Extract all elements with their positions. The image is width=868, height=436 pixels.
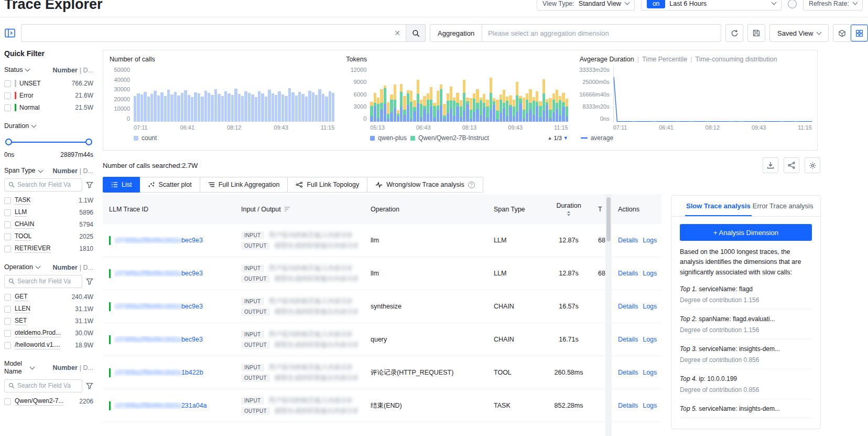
logs-link[interactable]: Logs <box>643 369 657 376</box>
logs-link[interactable]: Logs <box>643 270 657 277</box>
checkbox[interactable] <box>4 294 11 301</box>
trace-id-link[interactable]: c37d08a2f5b49e16d2abec9e3 <box>114 270 203 277</box>
filter-item[interactable]: /helloworld.v1....18.9W <box>4 339 93 352</box>
filter-item[interactable]: GET240.4W <box>4 291 93 303</box>
tab-wrong-slow-trace-analysis[interactable]: Wrong/slow Trace analysis ? <box>367 177 483 193</box>
pager-down-icon[interactable]: ▼ <box>563 135 568 141</box>
checkbox[interactable] <box>4 306 11 313</box>
tab-list[interactable]: List <box>103 177 140 193</box>
table-row[interactable]: c37d08a2f5b49e16d2abec9e3INPUT用户提问的相关输入内… <box>103 323 661 356</box>
trace-id-link[interactable]: c37d08a2f5b49e16d2a1b422b <box>114 369 203 376</box>
trace-id-link[interactable]: c37d08a2f5b49e16d2a231a04a <box>114 402 207 409</box>
logs-link[interactable]: Logs <box>643 402 657 409</box>
refresh-button[interactable] <box>725 24 743 42</box>
auto-refresh-icon[interactable] <box>788 0 797 8</box>
checkbox[interactable] <box>4 221 11 228</box>
filter-item[interactable]: Qwen/Qwen2-7...2206 <box>4 396 93 408</box>
details-link[interactable]: Details <box>618 270 638 277</box>
checkbox[interactable] <box>4 80 11 87</box>
scrollbar-thumb[interactable] <box>606 197 611 241</box>
column-header-duration[interactable]: Duration <box>542 194 595 224</box>
filter-item[interactable]: SET31.1W <box>4 315 93 327</box>
table-row[interactable]: c37d08a2f5b49e16d2abec9e3INPUT用户提问的相关输入内… <box>103 290 661 323</box>
download-button[interactable] <box>763 157 778 173</box>
checkbox[interactable] <box>4 233 11 240</box>
table-row[interactable]: c37d08a2f5b49e16d2a1b422bINPUT用户提问的相关输入内… <box>103 356 661 389</box>
share-button[interactable] <box>784 157 799 173</box>
search-button[interactable] <box>406 24 426 42</box>
legend-item[interactable]: Qwen/Qwen2-7B-Instruct <box>410 134 489 142</box>
table-row[interactable]: c37d08a2f5b49e16d2abec9e3INPUT用户提问的相关输入内… <box>103 224 661 257</box>
checkbox[interactable] <box>4 104 11 111</box>
field-value-search-input[interactable]: Search for Field Va <box>4 379 82 392</box>
filter-item[interactable]: LLM5896 <box>4 207 93 219</box>
pager-up-icon[interactable]: ▲ <box>548 135 552 141</box>
filter-item[interactable]: TASK1.1W <box>4 195 93 207</box>
filter-funnel-icon[interactable] <box>86 182 93 188</box>
trace-id-link[interactable]: c37d08a2f5b49e16d2abec9e3 <box>114 303 203 310</box>
slider-handle-min[interactable] <box>5 139 12 145</box>
filter-item[interactable]: TOOL2025 <box>4 231 93 243</box>
table-scrollbar[interactable] <box>605 194 612 436</box>
filter-item[interactable]: Error21.6W <box>4 90 93 102</box>
time-range-select[interactable]: on Last 6 Hours <box>641 0 782 10</box>
collapse-filter-panel-icon[interactable] <box>3 26 17 40</box>
field-value-search-input[interactable]: Search for Field Va <box>4 178 82 192</box>
chevron-down-icon[interactable] <box>38 167 43 173</box>
checkbox[interactable] <box>4 209 11 216</box>
details-link[interactable]: Details <box>618 369 638 376</box>
clear-search-icon[interactable]: ✕ <box>394 28 400 38</box>
chevron-down-icon[interactable] <box>35 264 40 269</box>
settings-button[interactable] <box>805 157 820 173</box>
tab-scatter-plot[interactable]: Scatter plot <box>139 177 200 193</box>
filter-funnel-icon[interactable] <box>86 278 93 285</box>
filter-item[interactable]: LLEN31.1W <box>4 303 93 315</box>
logs-link[interactable]: Logs <box>643 336 657 343</box>
chart-tab-time-distribution[interactable]: Time-consuming distribution <box>696 56 777 63</box>
filter-item[interactable]: Normal21.5W <box>4 102 93 114</box>
chevron-down-icon[interactable] <box>30 364 35 369</box>
chevron-down-icon[interactable] <box>25 67 30 72</box>
column-settings-icon[interactable] <box>284 206 290 212</box>
chevron-down-icon[interactable] <box>31 122 37 127</box>
cube-view-icon[interactable] <box>833 25 851 41</box>
trace-search-input[interactable] <box>21 24 426 42</box>
aggregation-dimension-select[interactable]: Please select an aggregation dimension <box>482 24 721 42</box>
grid-view-icon[interactable] <box>851 25 868 41</box>
chart-tab-time-percentile[interactable]: Time Percentile <box>642 56 687 63</box>
checkbox[interactable] <box>4 318 11 325</box>
details-link[interactable]: Details <box>618 402 638 409</box>
legend-item[interactable]: qwen-plus <box>370 134 407 142</box>
details-link[interactable]: Details <box>618 336 638 343</box>
table-row[interactable]: c37d08a2f5b49e16d2a231a04aINPUT用户提问的相关输入… <box>103 389 661 422</box>
trace-id-link[interactable]: c37d08a2f5b49e16d2abec9e3 <box>114 237 203 244</box>
add-analysis-dimension-button[interactable]: + Analysis Dimension <box>680 224 812 241</box>
tab-full-link-topology[interactable]: Full Link Topology <box>287 177 367 193</box>
filter-funnel-icon[interactable] <box>86 382 93 389</box>
tab-error-trace-analysis[interactable]: Error Trace analysis <box>752 196 815 216</box>
details-link[interactable]: Details <box>618 237 638 244</box>
checkbox[interactable] <box>4 398 11 405</box>
tab-full-link-aggregation[interactable]: Full Link Aggregation <box>200 177 288 193</box>
checkbox[interactable] <box>4 92 11 99</box>
legend-item[interactable]: count <box>134 134 157 142</box>
table-row[interactable]: c37d08a2f5b49e16d2abec9e3INPUT用户提问的相关输入内… <box>103 257 661 290</box>
saved-view-button[interactable]: Saved View <box>769 24 829 42</box>
refresh-rate-select[interactable]: Refresh Rate: <box>803 0 863 10</box>
slider-handle-max[interactable] <box>85 139 92 145</box>
filter-item[interactable]: RETRIEVER1810 <box>4 243 93 255</box>
checkbox[interactable] <box>4 342 11 349</box>
chart-tab-average-duration[interactable]: Avgerage Duration <box>580 56 634 63</box>
field-value-search-input[interactable]: Search for Field Va <box>4 275 82 288</box>
logs-link[interactable]: Logs <box>643 237 657 244</box>
time-toggle[interactable]: on <box>647 0 665 8</box>
filter-item[interactable]: CHAIN5794 <box>4 219 93 231</box>
view-type-select[interactable]: View Type: Standard View <box>537 0 635 10</box>
checkbox[interactable] <box>4 330 11 337</box>
help-icon[interactable]: ? <box>468 182 475 188</box>
sort-icon[interactable] <box>567 211 570 216</box>
filter-item[interactable]: oteldemo.Prod...30.0W <box>4 327 93 339</box>
checkbox[interactable] <box>4 197 11 204</box>
checkbox[interactable] <box>4 246 11 252</box>
trace-id-link[interactable]: c37d08a2f5b49e16d2abec9e3 <box>114 336 203 343</box>
